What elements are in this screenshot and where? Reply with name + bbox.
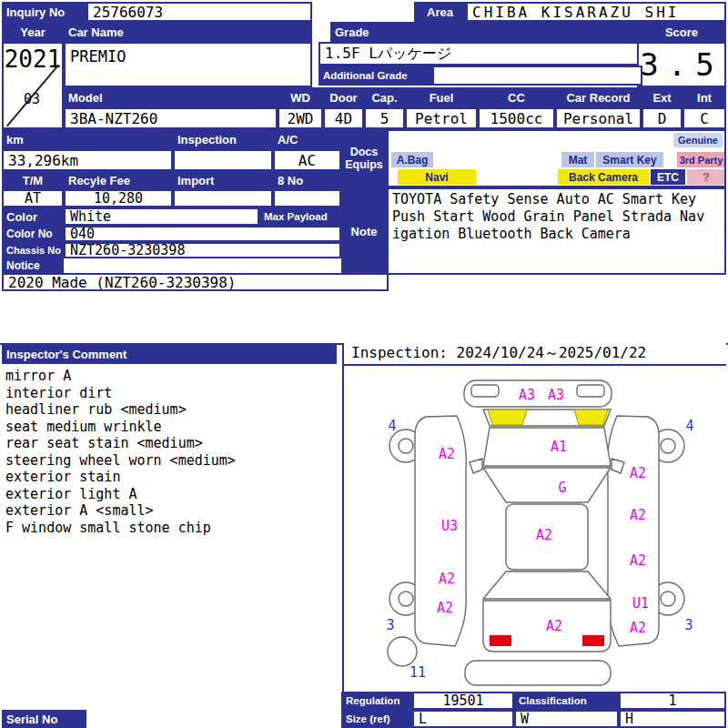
damage-marker-A2: A2 — [439, 448, 455, 461]
inspector-comment-header: Inspector's Comment — [2, 345, 337, 364]
comment-line: F window small stone chip — [5, 520, 211, 537]
damage-marker-A2: A2 — [630, 509, 646, 522]
damage-marker-3: 3 — [386, 619, 394, 632]
comment-line: headliner rub <medium> — [5, 401, 187, 419]
ext-value: D — [642, 107, 682, 129]
inspection-period: Inspection: 2024/10/24～2025/01/22 — [344, 343, 726, 366]
grade-value: 1.5F Lパッケージ — [318, 42, 642, 66]
classification-label: Classification — [514, 692, 619, 710]
inspection-value — [173, 149, 273, 171]
recycle-fee-label: Recyle Fee — [64, 171, 173, 189]
size-w-value: W — [514, 710, 619, 728]
badge-airbag: A.Bag — [391, 152, 433, 167]
equips-label: Equips — [345, 158, 383, 171]
cc-label: CC — [478, 87, 555, 107]
damage-marker-A2: A2 — [630, 554, 646, 568]
wd-value: 2WD — [278, 107, 323, 129]
damage-marker-A3: A3 — [519, 389, 535, 402]
damage-marker-A2: A2 — [546, 620, 562, 633]
car-name-label: Car Name — [64, 22, 312, 42]
comment-line: exterior light A — [5, 486, 137, 503]
classification-value: 1 — [619, 692, 726, 710]
color-no-value: 040 — [64, 226, 341, 242]
year-value: 2021 03 — [2, 42, 64, 129]
damage-marker-A2: A2 — [630, 622, 646, 635]
ac-value: AC — [273, 149, 341, 171]
comment-line: rear seat stain <medium> — [5, 435, 203, 452]
note-line: Push Start Wood Grain Panel Strada Nav — [392, 208, 704, 226]
serial-no-label: Serial No — [2, 710, 86, 728]
comment-line: steering wheel worn <medium> — [5, 452, 236, 470]
badge-navi: Navi — [398, 169, 476, 185]
badge-back-camera: Back Camera — [558, 169, 649, 185]
size-h-value: H — [619, 710, 726, 728]
color-label: Color — [2, 207, 64, 226]
inspection-label: Inspection — [173, 129, 273, 149]
color-no-label: Color No — [2, 226, 64, 242]
tm-value: AT — [2, 189, 64, 207]
inquiry-no-value: 25766073 — [86, 2, 312, 22]
fuel-label: Fuel — [405, 87, 478, 107]
max-payload-label: Max Payload — [259, 207, 341, 226]
inspector-comments: mirror Ainterior dirtheadliner rub <medi… — [5, 368, 339, 541]
car-record-value: Personal — [555, 107, 642, 129]
badge-genuine: Genuine — [673, 133, 723, 147]
docs-equips-label: Docs Equips — [341, 129, 387, 187]
area-value: CHIBA KISARAZU SHI — [466, 2, 726, 22]
notice-label: Notice — [2, 258, 64, 273]
damage-marker-A3: A3 — [548, 389, 564, 402]
badge-3rd-party: 3rd Party — [677, 152, 725, 167]
damage-marker-layer: A3A344A2A1A2GA2U3A2A2A2A2U13A2A2311 — [346, 366, 726, 692]
int-label: Int — [682, 87, 726, 107]
damage-marker-4: 4 — [388, 420, 396, 433]
badge-etc: ETC — [651, 169, 685, 185]
import-label: Import — [173, 171, 273, 189]
note-label: Note — [341, 187, 387, 275]
year-month: 03 — [24, 91, 40, 107]
car-record-label: Car Record — [555, 87, 642, 107]
car-diagram: A3A344A2A1A2GA2U3A2A2A2A2U13A2A2311 — [346, 366, 726, 692]
damage-marker-A2: A2 — [437, 602, 453, 615]
model-value: 3BA-NZT260 — [64, 107, 278, 129]
area-label: Area — [414, 2, 466, 22]
eight-no-label: 8 No — [273, 171, 341, 189]
km-label: km — [2, 129, 173, 149]
equipment-box: Genuine A.Bag Mat Smart Key 3rd Party Na… — [387, 129, 726, 187]
damage-marker-U3: U3 — [441, 520, 458, 533]
damage-marker-A2: A2 — [630, 467, 646, 480]
section-divider-vertical — [342, 343, 344, 693]
note-line: igation Bluetooth Back Camera — [392, 226, 631, 243]
comment-line: interior dirt — [5, 385, 112, 402]
score-label: Score — [637, 22, 726, 42]
color-value: White — [64, 207, 259, 226]
chassis-no-value: NZT260-3230398 — [64, 242, 341, 258]
regulation-label: Regulation — [341, 692, 412, 710]
damage-marker-G: G — [558, 481, 566, 495]
recycle-fee-value: 10,280 — [64, 189, 173, 207]
eight-no-value — [273, 189, 341, 207]
damage-marker-11: 11 — [410, 666, 426, 680]
damage-marker-4: 4 — [685, 420, 693, 433]
damage-marker-U1: U1 — [632, 597, 649, 611]
car-name-value: PREMIO — [64, 42, 312, 87]
wd-label: WD — [278, 87, 323, 107]
additional-grade-label: Additional Grade — [318, 66, 434, 86]
damage-marker-A2: A2 — [439, 572, 455, 586]
badge-mat: Mat — [561, 152, 594, 167]
import-value — [173, 189, 273, 207]
int-value: C — [682, 107, 726, 129]
year-label: Year — [2, 22, 64, 42]
comment-line: exterior stain — [5, 469, 120, 486]
km-value: 33,296km — [2, 149, 173, 171]
chassis-no-label: Chassis No — [2, 242, 64, 258]
cap-value: 5 — [364, 107, 405, 129]
cap-label: Cap. — [364, 87, 405, 107]
inquiry-no-label: Inquiry No — [2, 2, 86, 22]
size-l-value: L — [412, 710, 514, 728]
score-value: 3.5 — [637, 42, 726, 87]
grade-label: Grade — [330, 22, 637, 42]
regulation-value: 19501 — [412, 692, 514, 710]
damage-marker-3: 3 — [684, 619, 693, 632]
model-label: Model — [64, 87, 278, 107]
note-line: TOYOTA Safety Sense Auto AC Smart Key — [392, 191, 696, 208]
